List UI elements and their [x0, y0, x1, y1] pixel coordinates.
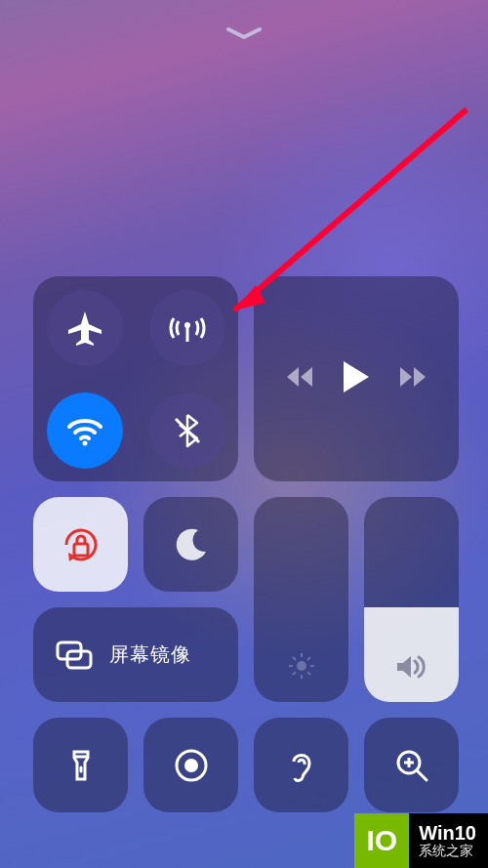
hearing-icon: [282, 746, 321, 785]
chevron-down-icon: [223, 23, 265, 43]
flashlight-icon: [61, 746, 101, 785]
brightness-icon: [287, 651, 316, 684]
svg-rect-5: [74, 544, 88, 556]
svg-line-14: [293, 672, 296, 675]
airplane-mode-toggle[interactable]: [47, 290, 123, 366]
play-icon: [342, 359, 371, 394]
svg-line-12: [307, 672, 310, 675]
svg-line-22: [417, 770, 427, 780]
svg-point-20: [184, 759, 198, 772]
svg-line-13: [307, 657, 310, 660]
volume-slider[interactable]: [364, 497, 459, 702]
media-controls-tile[interactable]: [254, 276, 459, 481]
hearing-button[interactable]: [254, 718, 348, 812]
magnifier-button[interactable]: [364, 718, 459, 812]
rewind-button[interactable]: [285, 365, 312, 393]
rewind-icon: [285, 365, 312, 389]
moon-icon: [169, 522, 214, 567]
volume-icon: [395, 653, 428, 684]
screen-record-button[interactable]: [143, 718, 238, 812]
play-button[interactable]: [342, 359, 371, 398]
flashlight-button[interactable]: [33, 718, 128, 812]
svg-rect-1: [185, 326, 188, 342]
screen-record-icon: [172, 746, 211, 785]
forward-icon: [400, 365, 427, 389]
pull-down-handle[interactable]: [223, 23, 265, 43]
screen-mirroring-label: 屏幕镜像: [109, 641, 191, 668]
watermark: IO Win10 系统之家: [354, 813, 488, 868]
svg-point-6: [297, 661, 306, 671]
connectivity-tile[interactable]: [33, 276, 238, 481]
screen-mirroring-button[interactable]: 屏幕镜像: [33, 607, 238, 702]
watermark-line2: 系统之家: [419, 844, 476, 858]
do-not-disturb-toggle[interactable]: [143, 497, 238, 592]
watermark-line1: Win10: [419, 822, 476, 844]
cellular-data-icon: [168, 309, 207, 348]
screen-mirror-icon: [55, 640, 94, 671]
bluetooth-off-icon: [168, 411, 207, 450]
brightness-slider[interactable]: [254, 497, 348, 702]
control-center-grid: 屏幕镜像: [33, 276, 459, 812]
svg-point-2: [82, 440, 87, 445]
forward-button[interactable]: [400, 365, 427, 393]
orientation-lock-toggle[interactable]: [33, 497, 128, 592]
orientation-lock-icon: [59, 522, 103, 567]
bluetooth-toggle[interactable]: [149, 393, 225, 469]
cellular-data-toggle[interactable]: [149, 290, 225, 366]
wifi-icon: [65, 411, 104, 450]
airplane-icon: [65, 309, 104, 348]
watermark-badge: IO: [354, 813, 409, 868]
svg-line-11: [293, 657, 296, 660]
magnifier-icon: [392, 746, 431, 785]
wifi-toggle[interactable]: [47, 393, 123, 469]
